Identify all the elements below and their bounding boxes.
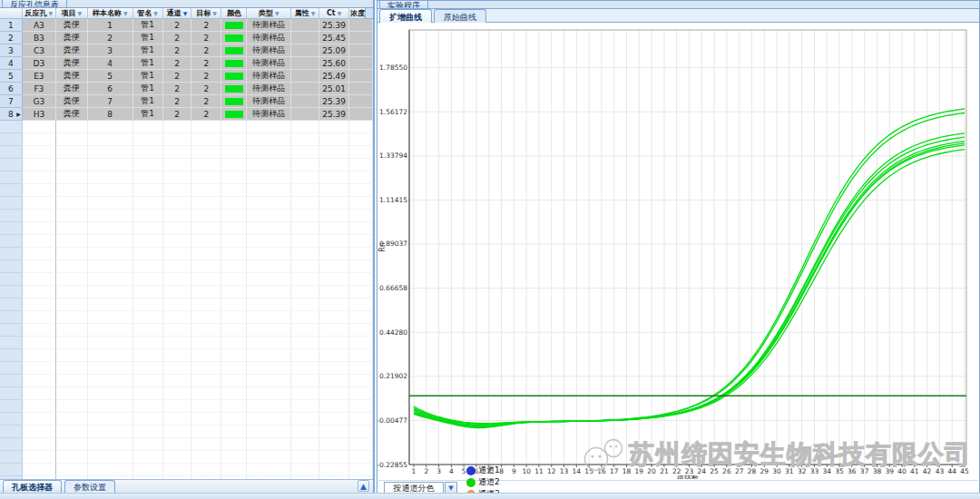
x-tick-label: 19 — [635, 467, 644, 475]
column-header-attr[interactable]: 属性▼ — [291, 8, 319, 19]
column-header-target[interactable]: 目标▼ — [191, 8, 221, 19]
column-header-well[interactable]: 反应孔▼ — [23, 8, 56, 19]
cell-color — [221, 146, 247, 159]
x-tick-label: 37 — [860, 467, 869, 475]
cell-project — [56, 387, 88, 400]
column-header-color[interactable]: 颜色 — [221, 8, 247, 19]
tab-well-info-table[interactable]: 反应孔信息表 — [2, 0, 67, 8]
table-row[interactable]: 2B3粪便2管122待测样品25.45 — [0, 32, 373, 44]
cell-sample: 1 — [88, 19, 133, 32]
empty-table-row — [0, 133, 373, 146]
table-row[interactable]: 7G3粪便7管122待测样品25.39 — [0, 95, 373, 108]
table-row[interactable]: 3C3粪便3管122待测样品25.09 — [0, 44, 373, 57]
cell-tube — [133, 426, 163, 438]
cell-conc — [349, 235, 373, 248]
cell-type — [247, 273, 291, 286]
table-row[interactable]: 1A3粪便1管122待测样品25.39 — [0, 19, 373, 32]
filter-icon[interactable]: ▼ — [338, 11, 342, 16]
cell-project: 粪便 — [56, 108, 88, 121]
cell-sample — [88, 184, 133, 197]
cell-sample — [88, 311, 133, 324]
cell-channel — [163, 286, 192, 298]
cell-target: 2 — [191, 19, 221, 32]
cell-attr — [291, 438, 319, 451]
cell-channel — [163, 121, 192, 133]
cell-color — [221, 159, 247, 171]
table-row[interactable]: 6F3粪便6管122待测样品25.01 — [0, 83, 373, 95]
filter-icon[interactable]: ▼ — [153, 11, 158, 16]
cell-channel — [163, 273, 192, 286]
x-tick-label: 33 — [810, 467, 819, 475]
well-color-swatch — [225, 73, 243, 80]
cell-type — [247, 146, 291, 159]
cell-target — [191, 451, 221, 464]
cell-well — [23, 298, 56, 311]
cell-target — [191, 210, 221, 222]
cell-channel — [163, 133, 192, 146]
column-header-num[interactable] — [0, 8, 23, 19]
column-header-type[interactable]: 类型▼ — [247, 8, 291, 19]
cell-attr — [291, 235, 319, 248]
cell-well — [23, 349, 56, 362]
cell-project — [56, 349, 88, 362]
column-header-tube[interactable]: 管名▼ — [133, 8, 163, 19]
bottom-tab-0[interactable]: 孔板选择器 — [3, 480, 62, 493]
well-table: 反应孔▼项目▼样本名称▼管名▼通道▼目标▼颜色类型▼属性▼Ct▼浓度▼ 1A3粪… — [0, 8, 373, 479]
cell-channel: 2 — [163, 19, 192, 32]
cell-sample: 3 — [88, 44, 133, 57]
cell-color — [221, 222, 247, 235]
cell-target — [191, 235, 221, 248]
column-header-project[interactable]: 项目▼ — [56, 8, 88, 19]
cell-well — [23, 146, 56, 159]
cell-conc — [349, 375, 373, 387]
cell-target: 2 — [191, 83, 221, 95]
y-tick-label: 0.66658 — [379, 284, 407, 292]
cell-project: 粪便 — [56, 44, 88, 57]
cell-tube — [133, 464, 163, 476]
column-header-sample[interactable]: 样本名称▼ — [88, 8, 133, 19]
cell-color — [221, 426, 247, 438]
column-header-ct[interactable]: Ct▼ — [319, 8, 349, 19]
x-tick-label: 41 — [910, 467, 919, 475]
cell-conc — [349, 337, 373, 349]
x-tick-label: 8 — [499, 467, 504, 475]
cell-project — [56, 337, 88, 349]
bottom-tab-1[interactable]: 参数设置 — [64, 480, 115, 493]
cell-target — [191, 222, 221, 235]
cell-target — [191, 311, 221, 324]
table-row[interactable]: 5E3粪便5管122待测样品25.49 — [0, 70, 373, 83]
cell-attr — [291, 387, 319, 400]
filter-icon[interactable]: ▼ — [311, 11, 316, 16]
x-tick-label: 18 — [622, 467, 632, 475]
cell-target — [191, 121, 221, 133]
cell-channel — [163, 464, 192, 476]
cell-num — [0, 362, 23, 375]
column-header-channel[interactable]: 通道▼ — [163, 8, 192, 19]
table-row[interactable]: 8▶H3粪便8管122待测样品25.39 — [0, 108, 373, 121]
cell-project — [56, 184, 88, 197]
legend-item-通道1[interactable]: 通道1 — [466, 465, 500, 476]
table-row[interactable]: 4D3粪便4管122待测样品25.60 — [0, 57, 373, 70]
scrollbar-corner[interactable] — [365, 8, 373, 19]
filter-icon[interactable]: ▼ — [183, 11, 188, 16]
cell-color — [221, 298, 247, 311]
filter-icon[interactable]: ▼ — [212, 11, 217, 16]
curve-tab-1[interactable]: 原始曲线 — [434, 9, 486, 23]
cell-tube: 管1 — [133, 108, 163, 121]
cell-tube — [133, 337, 163, 349]
curve-tab-0[interactable]: 扩增曲线 — [379, 9, 432, 23]
legend-item-通道2[interactable]: 通道2 — [466, 476, 500, 488]
collapse-up-icon[interactable]: ▲ — [358, 480, 369, 492]
cell-type — [247, 159, 291, 171]
cell-sample — [88, 171, 133, 184]
tab-experiment-program[interactable]: 实验程序 — [379, 1, 428, 9]
filter-icon[interactable]: ▼ — [49, 11, 54, 16]
cell-type: 待测样品 — [247, 32, 291, 44]
cell-target: 2 — [191, 108, 221, 121]
filter-icon[interactable]: ▼ — [77, 11, 82, 16]
cell-type — [247, 324, 291, 337]
cell-conc — [349, 197, 373, 210]
filter-icon[interactable]: ▼ — [275, 11, 279, 16]
filter-icon[interactable]: ▼ — [123, 11, 128, 16]
cell-channel: 2 — [163, 32, 192, 44]
